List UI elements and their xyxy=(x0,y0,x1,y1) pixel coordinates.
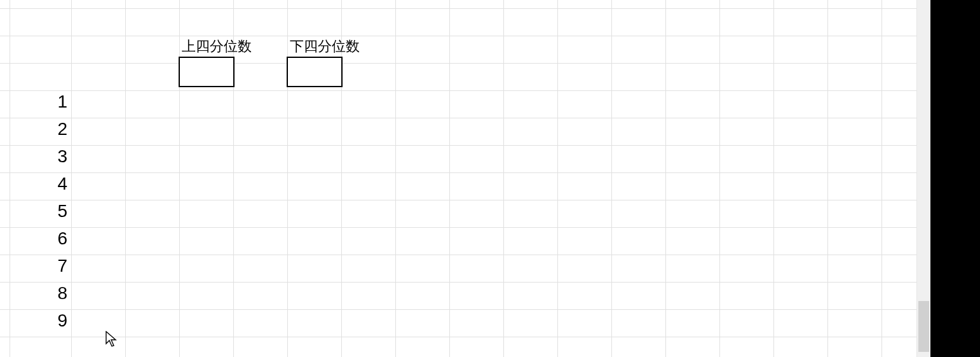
vertical-scrollbar[interactable] xyxy=(916,0,930,357)
result-box-lower-quartile[interactable] xyxy=(287,57,343,87)
cell-label-upper-quartile[interactable]: 上四分位数 xyxy=(179,37,286,56)
data-cell[interactable]: 2 xyxy=(10,116,71,142)
data-cell[interactable]: 7 xyxy=(10,253,71,279)
spreadsheet-workspace: 上四分位数 下四分位数 1 2 3 4 5 6 7 8 9 xyxy=(0,0,930,357)
vertical-scrollbar-thumb[interactable] xyxy=(918,301,929,352)
data-cell[interactable]: 5 xyxy=(10,199,71,224)
data-cell[interactable]: 8 xyxy=(10,281,71,306)
result-box-upper-quartile[interactable] xyxy=(179,57,235,87)
data-cell[interactable]: 1 xyxy=(10,89,71,115)
data-cell[interactable]: 4 xyxy=(10,171,71,197)
data-cell[interactable]: 6 xyxy=(10,226,71,251)
cell-layer[interactable]: 上四分位数 下四分位数 1 2 3 4 5 6 7 8 9 xyxy=(0,0,916,357)
data-cell[interactable]: 3 xyxy=(10,144,71,169)
cell-label-lower-quartile[interactable]: 下四分位数 xyxy=(287,37,394,56)
data-cell[interactable]: 9 xyxy=(10,308,71,333)
